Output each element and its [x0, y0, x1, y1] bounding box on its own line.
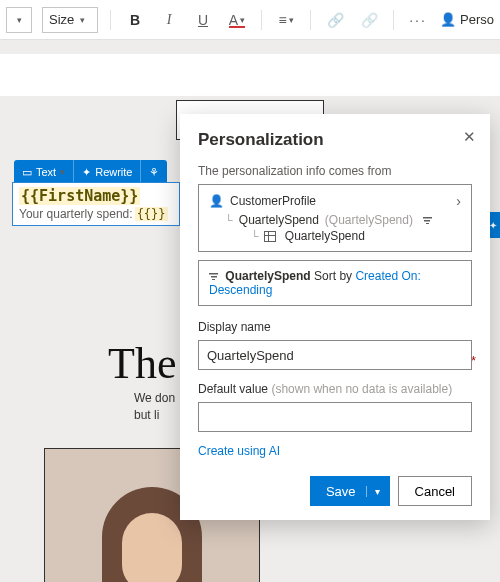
- element-type-button[interactable]: ▭Text▾: [14, 160, 74, 184]
- default-hint: (shown when no data is available): [271, 382, 452, 396]
- underline-button[interactable]: U: [191, 8, 215, 32]
- person-icon: 👤: [440, 12, 456, 27]
- overflow-button[interactable]: ···: [406, 8, 430, 32]
- save-button[interactable]: Save ▾: [310, 476, 390, 506]
- save-split-chevron[interactable]: ▾: [366, 486, 380, 497]
- src-mid-paren: (QuartelySpend): [325, 213, 413, 227]
- text-icon: ▭: [22, 166, 32, 179]
- chevron-down-icon: ▾: [60, 167, 65, 177]
- sort-prefix: QuartelySpend: [225, 269, 310, 283]
- formatting-toolbar: ▾ Size▾ B I U A▾ ≡▾ 🔗 🔗 ··· 👤 Perso: [0, 0, 500, 40]
- person-icon: 👤: [209, 194, 224, 208]
- src-leaf: QuartelySpend: [285, 229, 365, 243]
- hero-subtext: We don but li: [134, 390, 175, 424]
- font-color-button[interactable]: A▾: [225, 8, 249, 32]
- separator: [393, 10, 394, 30]
- italic-button[interactable]: I: [157, 8, 181, 32]
- display-name-input[interactable]: [198, 340, 472, 370]
- chevron-down-icon: ▾: [17, 15, 22, 25]
- filter-icon: [209, 269, 222, 283]
- spend-text: Your quarterly spend:: [19, 207, 133, 221]
- filter-icon: [423, 213, 436, 227]
- expand-icon: ✦: [489, 220, 497, 231]
- sparkle-icon: ✦: [82, 166, 91, 179]
- required-asterisk: *: [471, 354, 476, 368]
- align-button[interactable]: ≡▾: [274, 8, 298, 32]
- chevron-down-icon: ▾: [80, 15, 85, 25]
- personalization-panel: Personalization ✕ The personalization in…: [180, 114, 490, 520]
- close-button[interactable]: ✕: [463, 128, 476, 146]
- font-family-dropdown[interactable]: ▾: [6, 7, 32, 33]
- sort-text: Sort by: [314, 269, 352, 283]
- unlink-button[interactable]: 🔗: [357, 8, 381, 32]
- personalize-toolbar-button[interactable]: 👤 Perso: [440, 12, 494, 27]
- source-label: The personalization info comes from: [198, 164, 472, 178]
- src-root: CustomerProfile: [230, 194, 316, 208]
- hero-heading: The: [108, 338, 176, 389]
- element-context-bar: ▭Text▾ ✦Rewrite ⚘: [14, 160, 167, 184]
- default-value-label: Default value (shown when no data is ava…: [198, 382, 472, 396]
- canvas-strip: [0, 54, 500, 96]
- sort-config[interactable]: QuartelySpend Sort by Created On: Descen…: [198, 260, 472, 306]
- bold-button[interactable]: B: [123, 8, 147, 32]
- chevron-down-icon: ▾: [240, 15, 245, 25]
- chevron-right-icon: ›: [456, 193, 461, 209]
- display-name-label: Display name: [198, 320, 472, 334]
- separator: [310, 10, 311, 30]
- column-icon: [265, 229, 279, 243]
- tree-branch-icon: └: [251, 230, 259, 242]
- link-button[interactable]: 🔗: [323, 8, 347, 32]
- size-label: Size: [49, 12, 74, 27]
- selected-text-frame[interactable]: {{FirstName}} Your quarterly spend: {{}}: [12, 182, 180, 226]
- source-picker[interactable]: 👤 CustomerProfile › └ QuartelySpend (Qua…: [198, 184, 472, 252]
- default-value-input[interactable]: [198, 402, 472, 432]
- panel-title: Personalization: [198, 130, 472, 150]
- firstname-token[interactable]: {{FirstName}}: [19, 187, 140, 205]
- chevron-down-icon: ▾: [289, 15, 294, 25]
- empty-token[interactable]: {{}}: [135, 207, 168, 221]
- font-size-dropdown[interactable]: Size▾: [42, 7, 98, 33]
- separator: [261, 10, 262, 30]
- create-using-ai-link[interactable]: Create using AI: [198, 444, 472, 458]
- tree-branch-icon: └: [225, 214, 233, 226]
- separator: [110, 10, 111, 30]
- more-button[interactable]: ⚘: [141, 160, 167, 184]
- copilot-icon: ⚘: [149, 166, 159, 179]
- src-mid: QuartelySpend: [239, 213, 319, 227]
- cancel-button[interactable]: Cancel: [398, 476, 472, 506]
- rewrite-button[interactable]: ✦Rewrite: [74, 160, 141, 184]
- perso-label: Perso: [460, 12, 494, 27]
